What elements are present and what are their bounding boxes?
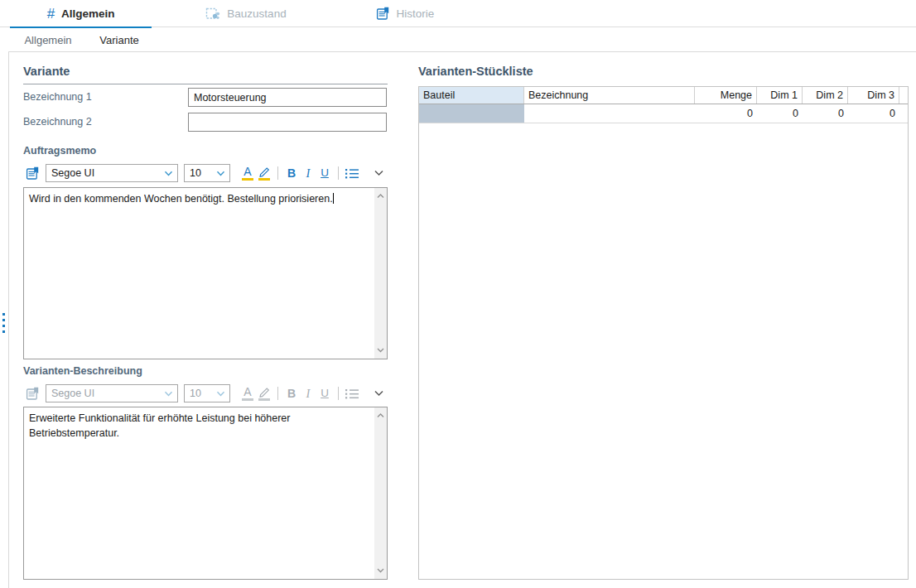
auftragsmemo-label: Auftragsmemo [23, 145, 96, 157]
scroll-up-arrow[interactable] [374, 190, 387, 203]
cell-filler [899, 104, 908, 123]
chevron-down-icon [216, 171, 225, 176]
section-title-variante: Variante [23, 65, 388, 84]
toolbar-separator [338, 387, 339, 400]
toolbar-separator [277, 387, 278, 400]
tab-label: Allgemein [61, 7, 115, 20]
book-icon [26, 387, 40, 401]
cell-dim2[interactable]: 0 [803, 104, 848, 123]
subtab-label: Allgemein [24, 34, 71, 46]
book-icon [376, 7, 390, 21]
beschreibung-toolbar: Segoe UI 10 A B I U [26, 383, 384, 404]
column-header-dim2[interactable]: Dim 2 [803, 87, 848, 104]
toolbar-separator [338, 166, 339, 180]
table-header-row: Bauteil Bezeichnung Menge Dim 1 Dim 2 Di… [419, 87, 908, 104]
sub-tab-bar: Allgemein Variante [0, 28, 916, 51]
scroll-up-arrow[interactable] [374, 409, 387, 422]
tab-historie[interactable]: Historie [367, 0, 443, 27]
font-size-select[interactable]: 10 [184, 164, 230, 182]
cell-menge[interactable]: 0 [695, 104, 757, 123]
column-header-dim3[interactable]: Dim 3 [848, 87, 899, 104]
font-family-select[interactable]: Segoe UI [46, 384, 178, 402]
highlight-button[interactable] [256, 164, 272, 182]
column-header-dim1[interactable]: Dim 1 [757, 87, 803, 104]
font-size-value: 10 [190, 388, 201, 399]
toolbar-more-button[interactable] [374, 170, 384, 176]
top-tab-bar: # Allgemein Bauzustand Historie [0, 0, 916, 27]
beschreibung-textarea[interactable]: Erweiterte Funktionalität für erhöhte Le… [23, 407, 388, 580]
column-header-filler [899, 87, 908, 104]
memo-text: Wird in den kommenden Wochen benötigt. B… [29, 193, 333, 205]
cell-bezeichnung[interactable] [524, 104, 695, 123]
column-header-bauteil[interactable]: Bauteil [419, 87, 524, 104]
font-family-select[interactable]: Segoe UI [46, 164, 178, 182]
italic-button[interactable]: I [300, 384, 316, 402]
scroll-down-arrow[interactable] [374, 344, 387, 357]
scrollbar[interactable] [374, 407, 387, 579]
section-title-stueckliste: Varianten-Stückliste [418, 65, 533, 78]
bullet-list-button[interactable] [344, 384, 360, 402]
stueckliste-table: Bauteil Bezeichnung Menge Dim 1 Dim 2 Di… [418, 86, 909, 580]
font-size-value: 10 [190, 167, 201, 179]
subtab-variante[interactable]: Variante [85, 28, 153, 51]
cell-dim3[interactable]: 0 [848, 104, 899, 123]
font-size-select[interactable]: 10 [184, 384, 230, 402]
cell-bauteil[interactable] [419, 104, 524, 123]
chevron-down-icon [374, 170, 384, 176]
chevron-down-icon [216, 391, 225, 397]
bold-button[interactable]: B [283, 164, 300, 182]
bauzustand-icon [205, 7, 220, 21]
text-caret [333, 193, 334, 204]
scrollbar[interactable] [374, 188, 387, 359]
toolbar-more-button[interactable] [374, 390, 384, 397]
tab-bauzustand[interactable]: Bauzustand [196, 0, 296, 27]
underline-button[interactable]: U [316, 164, 333, 182]
subtab-allgemein[interactable]: Allgemein [12, 28, 84, 51]
subtab-label: Variante [99, 34, 138, 46]
auftragsmemo-textarea[interactable]: Wird in den kommenden Wochen benötigt. B… [23, 187, 388, 359]
italic-button[interactable]: I [300, 164, 316, 182]
font-family-value: Segoe UI [51, 388, 94, 399]
bezeichnung1-input[interactable] [188, 88, 387, 107]
tab-allgemein[interactable]: # Allgemein [10, 0, 152, 27]
cell-dim1[interactable]: 0 [757, 104, 803, 123]
bullet-list-button[interactable] [344, 164, 360, 182]
bullet-list-icon [345, 167, 359, 180]
panel-splitter-handle[interactable] [1, 313, 7, 333]
chevron-down-icon [164, 391, 173, 397]
bezeichnung2-input[interactable] [188, 113, 387, 132]
field-label-bezeichnung1: Bezeichnung 1 [23, 91, 92, 103]
pen-icon [258, 386, 271, 398]
font-family-value: Segoe UI [51, 167, 94, 179]
field-label-bezeichnung2: Bezeichnung 2 [23, 116, 92, 128]
bullet-list-icon [345, 388, 359, 400]
scroll-down-arrow[interactable] [374, 564, 387, 577]
hash-icon: # [47, 7, 55, 21]
chevron-down-icon [164, 171, 173, 176]
content-panel: Variante Bezeichnung 1 Bezeichnung 2 Auf… [8, 51, 916, 588]
column-header-bezeichnung[interactable]: Bezeichnung [524, 87, 695, 104]
tab-label: Historie [397, 7, 435, 20]
bold-button[interactable]: B [283, 384, 300, 402]
table-row[interactable]: 0 0 0 0 [419, 104, 908, 123]
highlight-button[interactable] [256, 384, 272, 402]
font-color-button[interactable]: A [239, 384, 256, 402]
font-color-button[interactable]: A [239, 164, 256, 182]
underline-button[interactable]: U [316, 384, 333, 402]
book-icon [26, 166, 40, 181]
chevron-down-icon [374, 390, 384, 397]
pen-icon [258, 166, 271, 177]
beschreibung-label: Varianten-Beschreibung [23, 365, 142, 377]
toolbar-separator [277, 166, 278, 180]
memo-toolbar: Segoe UI 10 A B I U [26, 162, 384, 184]
column-header-menge[interactable]: Menge [695, 87, 757, 104]
tab-label: Bauzustand [227, 7, 286, 20]
beschreibung-text: Erweiterte Funktionalität für erhöhte Le… [29, 412, 293, 439]
